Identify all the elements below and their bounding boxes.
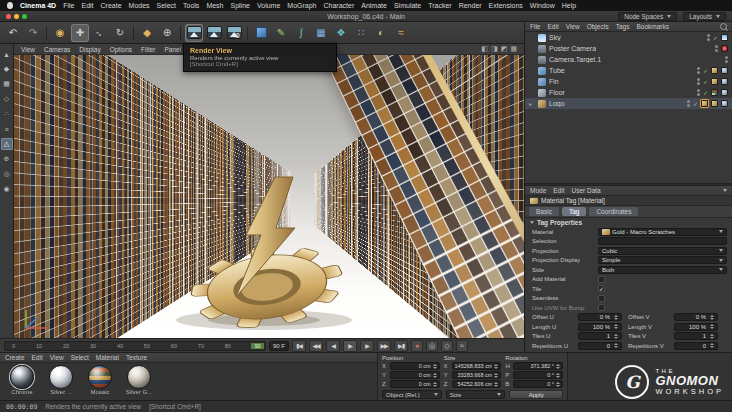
tab-coordinates[interactable]: Coordinates — [589, 207, 638, 216]
stepper[interactable] — [614, 315, 618, 320]
volume-builder-button[interactable]: ❖ — [332, 24, 350, 42]
stepper[interactable] — [710, 324, 714, 329]
om-menu-file[interactable]: File — [530, 23, 540, 30]
simulate-button[interactable]: ≈ — [392, 24, 410, 42]
snap-tool[interactable]: ◉ — [1, 183, 13, 195]
play-button[interactable]: ▶ — [343, 340, 357, 352]
add-material-checkbox[interactable] — [598, 276, 605, 283]
spline-tool-button[interactable]: ∫ — [292, 24, 310, 42]
menu-character[interactable]: Character — [324, 2, 355, 9]
expand-arrow-icon[interactable]: ▸ — [529, 100, 535, 107]
object-row-logo[interactable]: ▸ Logo ✓ — [525, 98, 732, 109]
om-menu-bookmarks[interactable]: Bookmarks — [636, 23, 669, 30]
pen-tool-button[interactable]: ✎ — [272, 24, 290, 42]
menu-render[interactable]: Render — [459, 2, 482, 9]
length-v-field[interactable]: 100 % — [674, 323, 718, 331]
material-item-mosaic[interactable]: Mosaic — [83, 365, 117, 398]
projection-display-dropdown[interactable]: Simple — [598, 256, 727, 264]
rotate-tool-button[interactable]: ↻ — [111, 24, 129, 42]
menu-select[interactable]: Select — [157, 2, 176, 9]
material-field[interactable]: Gold - Macro Scratches — [598, 228, 727, 236]
timeline-playhead[interactable]: 90 — [251, 343, 264, 349]
apple-menu-icon[interactable] — [7, 2, 13, 9]
visibility-toggles[interactable] — [715, 45, 718, 52]
search-icon[interactable] — [720, 23, 727, 30]
keyframe-selection-button[interactable]: ◇ — [441, 340, 453, 352]
rotation-h-field[interactable]: 371.382 ° — [513, 362, 563, 370]
object-row-poster-camera[interactable]: Poster Camera — [525, 43, 732, 54]
visibility-toggles[interactable] — [725, 56, 728, 63]
menu-mograph[interactable]: MoGraph — [287, 2, 316, 9]
gold-material-tag-icon[interactable] — [711, 67, 718, 74]
stepper[interactable] — [614, 343, 618, 348]
mat-menu-material[interactable]: Material — [96, 354, 119, 361]
next-frame-button[interactable]: ▶ — [360, 340, 374, 352]
am-menu-mode[interactable]: Mode — [530, 187, 546, 194]
viewport-maximize-icon[interactable]: ◩ — [501, 45, 508, 53]
size-mode-dropdown[interactable]: Size — [446, 390, 506, 399]
menu-create[interactable]: Create — [101, 2, 122, 9]
autokey-button[interactable]: ◎ — [426, 340, 438, 352]
goto-start-button[interactable]: ▮◀ — [292, 340, 306, 352]
stepper[interactable] — [710, 315, 714, 320]
selection-field[interactable] — [598, 237, 727, 245]
silver-material-thumbnail[interactable] — [49, 365, 73, 389]
menu-animate[interactable]: Animate — [361, 2, 387, 9]
mat-menu-create[interactable]: Create — [5, 354, 25, 361]
visibility-toggles[interactable] — [687, 100, 690, 107]
gold-material-tag-icon-selected[interactable] — [701, 100, 708, 107]
material-item-silver[interactable]: Silver ... — [44, 365, 78, 398]
tiles-v-field[interactable]: 1 — [674, 332, 718, 340]
close-window-button[interactable] — [6, 14, 11, 19]
viewport-solo-tool[interactable]: ◎ — [1, 168, 13, 180]
menu-edit[interactable]: Edit — [81, 2, 93, 9]
om-menu-view[interactable]: View — [566, 23, 580, 30]
tag-properties-section[interactable]: Tag Properties — [525, 218, 732, 227]
node-spaces-dropdown[interactable]: Node Spaces — [618, 12, 677, 21]
mat-menu-edit[interactable]: Edit — [32, 354, 43, 361]
sky-material-tag-icon[interactable] — [721, 34, 728, 41]
om-menu-edit[interactable]: Edit — [547, 23, 558, 30]
phong-tag-icon[interactable] — [721, 100, 728, 107]
enabled-check-icon[interactable]: ✓ — [713, 34, 718, 41]
size-z-field[interactable]: 54252.606 cm — [452, 380, 502, 388]
workplane-mode-tool[interactable]: ◇ — [1, 93, 13, 105]
menu-modes[interactable]: Modes — [129, 2, 150, 9]
stepper[interactable] — [710, 334, 714, 339]
add-primitive-button[interactable] — [252, 24, 270, 42]
visibility-toggles[interactable] — [697, 78, 700, 85]
mat-menu-select[interactable]: Select — [71, 354, 89, 361]
viewport-menu-cameras[interactable]: Cameras — [44, 46, 70, 53]
object-row-tube[interactable]: Tube ✓ — [525, 65, 732, 76]
undo-button[interactable]: ↶ — [4, 24, 22, 42]
previous-key-button[interactable]: ◀◀ — [309, 340, 323, 352]
repetitions-v-field[interactable]: 0 — [674, 342, 718, 350]
menu-help[interactable]: Help — [562, 2, 576, 9]
viewport-menu-display[interactable]: Display — [79, 46, 100, 53]
position-x-field[interactable]: 0 cm — [390, 362, 440, 370]
model-mode-tool[interactable]: ◆ — [1, 63, 13, 75]
viewport-menu-view[interactable]: View — [21, 46, 35, 53]
phong-tag-icon[interactable] — [721, 67, 728, 74]
polygons-mode-tool[interactable]: △ — [1, 138, 13, 150]
size-y-field[interactable]: 33283.668 cm — [452, 371, 502, 379]
menu-tools[interactable]: Tools — [183, 2, 199, 9]
chrome-material-thumbnail[interactable] — [10, 365, 34, 389]
make-editable-tool[interactable]: ▲ — [1, 48, 13, 60]
timeline-ruler[interactable]: 0 10 20 30 40 50 60 70 80 90 90 — [4, 341, 266, 351]
model-mode-button[interactable]: ◆ — [138, 24, 156, 42]
target-tag-icon[interactable] — [721, 45, 728, 52]
menu-spline[interactable]: Spline — [231, 2, 250, 9]
material-item-chrome[interactable]: Chrome — [5, 365, 39, 398]
repetitions-u-field[interactable]: 0 — [578, 342, 622, 350]
subdivision-surface-button[interactable]: ▦ — [312, 24, 330, 42]
viewport-layout-icon[interactable]: ◧ — [482, 45, 489, 53]
length-u-field[interactable]: 100 % — [578, 323, 622, 331]
mosaic-material-thumbnail[interactable] — [88, 365, 112, 389]
am-menu-edit[interactable]: Edit — [553, 187, 564, 194]
offset-u-field[interactable]: 0 % — [578, 313, 622, 321]
viewport-menu-options[interactable]: Options — [110, 46, 132, 53]
object-row-floor[interactable]: Floor ✓ — [525, 87, 732, 98]
enable-axis-tool[interactable]: ⊕ — [1, 153, 13, 165]
projection-dropdown[interactable]: Cubic — [598, 247, 727, 255]
